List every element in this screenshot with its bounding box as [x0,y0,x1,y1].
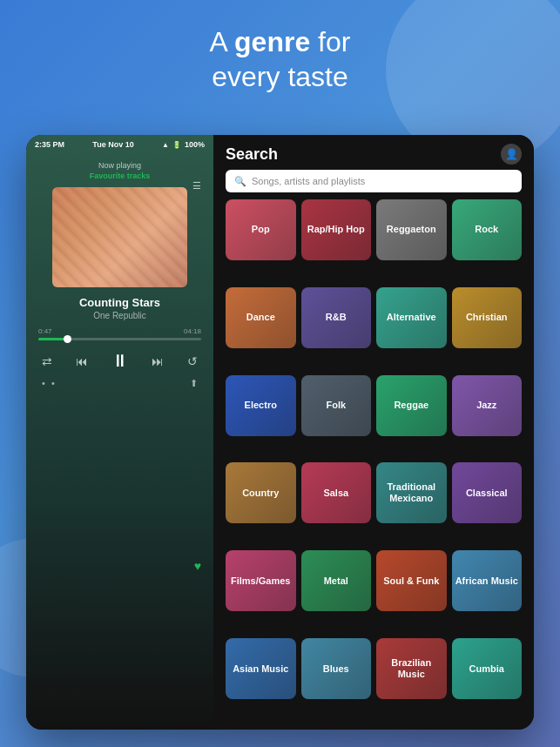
genre-label-films-games: Films/Games [227,572,293,590]
progress-container: 0:47 04:18 [38,327,201,340]
genre-label-reggaeton: Reggaeton [383,220,440,239]
genre-label-electro: Electro [241,396,280,414]
genre-label-reggae: Reggae [390,396,432,414]
genre-tile-asian-music[interactable]: Asian Music [226,638,296,699]
genre-tile-alternative[interactable]: Alternative [376,287,447,348]
genre-label-rap-hip-hop: Rap/Hip Hop [304,220,368,239]
genre-label-traditional-mexicano: Traditional Mexicano [376,478,447,508]
now-playing-track: Favourite tracks [90,172,151,180]
genre-label-folk: Folk [322,396,349,414]
genre-label-country: Country [239,484,282,502]
status-bar: 2:35 PM Tue Nov 10 ▲ 🔋 100% [26,135,213,152]
time-total: 04:18 [184,327,201,335]
pause-button[interactable]: ⏸ [111,351,129,371]
genre-label-soul-funk: Soul & Funk [380,572,442,590]
status-time: 2:35 PM [35,140,64,149]
genre-label-christian: Christian [462,308,511,326]
search-header: Search 👤 [213,135,534,170]
genre-label-rnb: R&B [322,308,350,326]
progress-fill [38,338,68,340]
genre-label-blues: Blues [320,660,353,678]
repeat-button[interactable]: ↺ [187,354,198,368]
genre-tile-films-games[interactable]: Films/Games [226,550,296,611]
header-text: A genre for every taste [0,24,560,94]
status-right: ▲ 🔋 100% [162,140,205,149]
search-panel: Search 👤 🔍 Songs, artists and playlists … [213,135,534,730]
genre-tile-metal[interactable]: Metal [301,550,372,611]
genre-label-jazz: Jazz [473,396,500,414]
profile-icon-symbol: 👤 [505,148,518,160]
battery-icon: 🔋 [172,141,181,149]
wifi-icon: ▲ [162,141,169,149]
genre-label-cumbia: Cumbia [466,660,508,678]
genre-label-rock: Rock [471,220,502,239]
more-button[interactable]: • • [42,378,57,389]
genre-tile-traditional-mexicano[interactable]: Traditional Mexicano [376,462,447,523]
album-art-texture [52,187,187,287]
heart-icon[interactable]: ♥ [194,559,201,573]
genre-label-dance: Dance [243,308,279,326]
genre-tile-classical[interactable]: Classical [452,462,523,523]
genre-tile-cumbia[interactable]: Cumbia [452,638,523,699]
genre-tile-pop[interactable]: Pop [226,199,296,260]
battery-pct: 100% [185,140,205,149]
genre-label-brazilian-music: Brazilian Music [376,654,447,683]
genre-tile-rnb[interactable]: R&B [301,287,372,348]
genre-tile-salsa[interactable]: Salsa [301,462,372,523]
genre-tile-reggae[interactable]: Reggae [376,375,447,436]
genre-tile-rock[interactable]: Rock [452,199,523,260]
track-artist: One Republic [93,311,146,320]
genre-tile-african-music[interactable]: African Music [452,550,523,611]
genre-tile-reggaeton[interactable]: Reggaeton [376,199,447,260]
time-elapsed: 0:47 [38,327,52,335]
genre-label-metal: Metal [320,572,352,590]
progress-bar[interactable] [38,338,201,340]
genre-tile-jazz[interactable]: Jazz [452,375,523,436]
genres-grid: PopRap/Hip HopReggaetonRockDanceR&BAlter… [213,199,534,730]
genre-label-classical: Classical [462,484,511,502]
genre-tile-electro[interactable]: Electro [226,375,296,436]
progress-dot [64,335,71,343]
search-icon: 🔍 [234,176,246,187]
genre-tile-soul-funk[interactable]: Soul & Funk [376,550,447,611]
genre-tile-folk[interactable]: Folk [301,375,372,436]
filter-icon[interactable]: ☰ [192,180,201,192]
shuffle-button[interactable]: ⇄ [42,354,52,368]
player-panel: 2:35 PM Tue Nov 10 ▲ 🔋 100% Now playing … [26,135,213,730]
album-art [52,187,187,287]
genre-label-salsa: Salsa [320,484,352,502]
player-content: Now playing Favourite tracks ☰ Counting … [26,152,213,730]
playback-controls: ⇄ ⏮ ⏸ ⏭ ↺ [38,351,201,371]
prev-button[interactable]: ⏮ [76,354,88,368]
profile-icon[interactable]: 👤 [501,144,522,165]
search-placeholder-text: Songs, artists and playlists [252,176,365,186]
next-button[interactable]: ⏭ [152,354,164,368]
track-title: Counting Stars [79,296,160,309]
device-frame: 2:35 PM Tue Nov 10 ▲ 🔋 100% Now playing … [26,135,534,730]
genre-label-pop: Pop [248,220,273,239]
genre-label-african-music: African Music [452,572,522,590]
status-date: Tue Nov 10 [92,140,133,149]
genre-label-asian-music: Asian Music [229,660,292,678]
search-bar[interactable]: 🔍 Songs, artists and playlists [226,170,522,192]
now-playing-label: Now playing [98,161,141,170]
genre-tile-dance[interactable]: Dance [226,287,296,348]
genre-tile-brazilian-music[interactable]: Brazilian Music [376,638,447,699]
genre-tile-country[interactable]: Country [226,462,296,523]
share-button[interactable]: ⬆ [190,378,198,389]
search-title: Search [226,145,278,164]
genre-tile-rap-hip-hop[interactable]: Rap/Hip Hop [301,199,372,260]
genre-tile-christian[interactable]: Christian [452,287,523,348]
genre-tile-blues[interactable]: Blues [301,638,372,699]
genre-label-alternative: Alternative [383,308,440,326]
extra-controls: • • ⬆ [38,378,201,389]
progress-times: 0:47 04:18 [38,327,201,335]
